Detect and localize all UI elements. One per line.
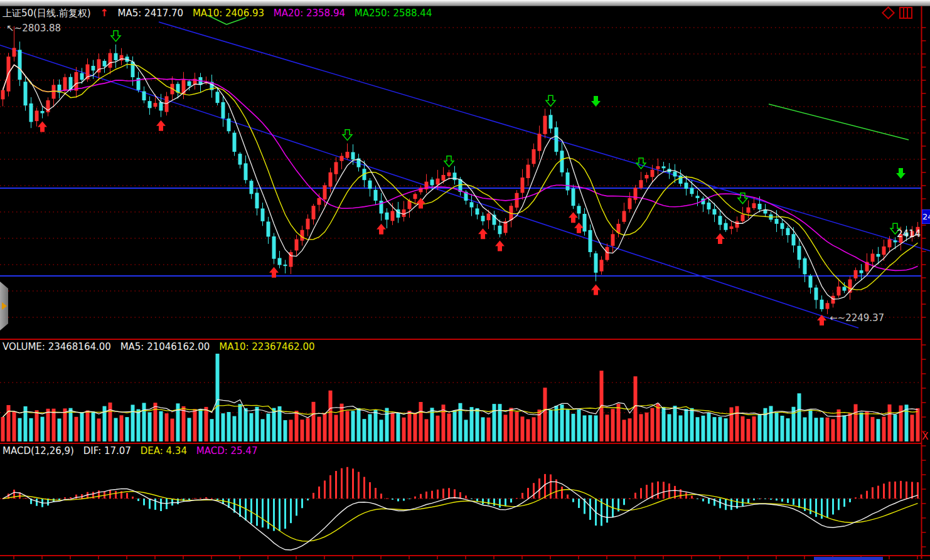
macd-lines: [3, 482, 918, 550]
sell-arrow-icon: [896, 168, 906, 179]
volume-label: VOLUME: 23468164.00: [3, 341, 111, 352]
macd-histogram: [2, 467, 919, 531]
panel-expand-handle[interactable]: [0, 282, 8, 330]
horizontal-price-lines: [0, 188, 922, 276]
ma20-label: MA20: 2358.94: [274, 8, 345, 19]
last-price-label: 2414: [897, 228, 921, 240]
volume-ma10-label: MA10: 22367462.00: [219, 341, 314, 352]
ma250-label: MA250: 2588.44: [355, 8, 432, 19]
volume-pane-header: VOLUME: 23468164.00 MA5: 21046162.00 MA1…: [3, 341, 321, 352]
buy-arrow-icon: [416, 198, 425, 208]
expand-arrow-icon: [2, 302, 7, 310]
macd-pane-header: MACD(12,26,9) DIF: 17.07 DEA: 4.34 MACD:…: [3, 445, 264, 457]
window-layout-icon[interactable]: [899, 7, 912, 19]
buy-arrow-icon: [569, 212, 578, 223]
trading-app-window: 上证50(日线.前复权) ↑ MA5: 2417.70 MA10: 2406.9…: [0, 0, 930, 560]
buy-arrow-icon: [591, 284, 601, 295]
sell-arrow-outline-icon: [444, 156, 454, 167]
symbol-title: 上证50(日线.前复权): [3, 8, 91, 19]
sell-arrow-outline-icon: [546, 95, 555, 106]
horizontal-scrollbar-thumb[interactable]: [814, 557, 883, 560]
ma5-label: MA5: 2417.70: [118, 8, 184, 19]
volume-bars: [1, 354, 920, 441]
buy-arrow-icon: [156, 120, 166, 131]
buy-arrow-icon: [38, 122, 47, 132]
ma10-label: MA10: 2406.93: [193, 8, 264, 19]
sell-arrow-outline-icon: [111, 31, 120, 41]
sell-arrow-icon: [591, 96, 601, 107]
trendlines: [0, 15, 930, 328]
buy-arrow-icon: [377, 224, 386, 235]
sell-arrow-outline-icon: [343, 130, 352, 140]
macd-value-label: MACD: 25.47: [196, 445, 258, 457]
dea-label: DEA: 4.34: [141, 445, 187, 457]
buy-arrow-icon: [478, 228, 488, 239]
main-chart-header: 上证50(日线.前复权) ↑ MA5: 2417.70 MA10: 2406.9…: [3, 7, 438, 19]
close-volume-pane-button[interactable]: X: [921, 431, 929, 442]
buy-arrow-icon: [574, 223, 584, 233]
current-price-tag: 24: [922, 209, 930, 224]
dif-label: DIF: 17.07: [83, 445, 131, 457]
volume-ma5-label: MA5: 21046162.00: [120, 341, 210, 352]
macd-params-label: MACD(12,26,9): [3, 445, 74, 457]
chart-canvas[interactable]: [0, 6, 930, 560]
buy-arrow-icon: [495, 241, 505, 251]
trend-up-icon: ↑: [100, 7, 108, 19]
sell-arrow-outline-icon: [636, 158, 646, 169]
buy-arrow-icon: [715, 233, 725, 244]
high-price-label: ↖~2803.88: [6, 23, 61, 34]
low-price-label: ←~2249.37: [830, 312, 884, 324]
signal-arrows: [38, 31, 906, 325]
buy-arrow-icon: [817, 315, 826, 325]
